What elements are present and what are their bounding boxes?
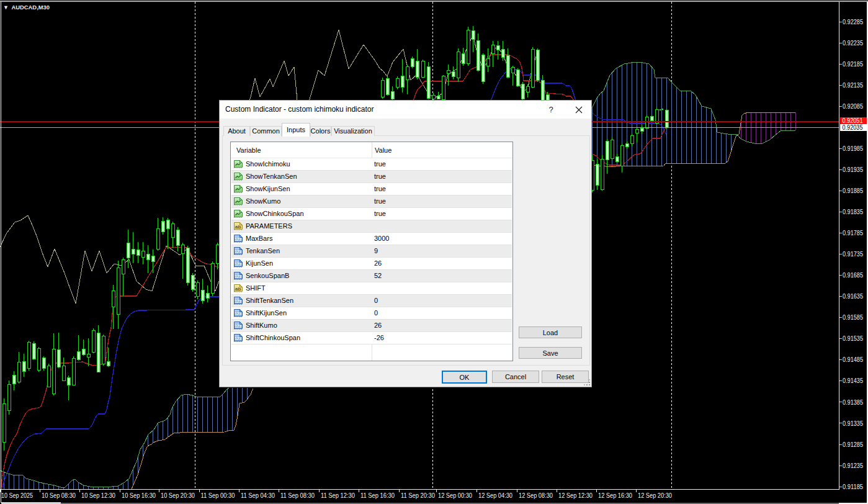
svg-text:ab: ab — [235, 224, 241, 230]
svg-text:0.91735: 0.91735 — [843, 250, 863, 258]
svg-text:0.91335: 0.91335 — [843, 420, 863, 427]
svg-text:0.91785: 0.91785 — [843, 229, 863, 236]
svg-text:12 Sep 16:30: 12 Sep 16:30 — [598, 492, 632, 499]
svg-text:0.91935: 0.91935 — [843, 166, 863, 173]
svg-text:0.92185: 0.92185 — [843, 60, 863, 68]
svg-text:10 Sep 2025: 10 Sep 2025 — [1, 492, 33, 499]
svg-text:10 Sep 12:30: 10 Sep 12:30 — [81, 492, 115, 499]
svg-text:10 Sep 20:30: 10 Sep 20:30 — [161, 492, 195, 499]
svg-text:12 Sep 20:30: 12 Sep 20:30 — [638, 492, 672, 499]
svg-text:0.92085: 0.92085 — [843, 102, 863, 110]
svg-text:11 Sep 20:30: 11 Sep 20:30 — [401, 492, 435, 499]
svg-text:12 Sep 04:30: 12 Sep 04:30 — [478, 492, 512, 499]
svg-text:0.91985: 0.91985 — [843, 145, 863, 152]
svg-text:AUDCAD,M30: AUDCAD,M30 — [12, 4, 50, 11]
svg-text:123: 123 — [235, 274, 241, 279]
svg-text:0.91585: 0.91585 — [843, 313, 863, 321]
svg-text:0.91885: 0.91885 — [843, 187, 863, 194]
svg-text:0.91285: 0.91285 — [843, 441, 863, 448]
svg-text:▼: ▼ — [3, 4, 9, 11]
svg-text:10 Sep 08:30: 10 Sep 08:30 — [42, 492, 76, 499]
svg-text:11 Sep 16:30: 11 Sep 16:30 — [360, 492, 395, 499]
svg-text:123: 123 — [235, 312, 241, 316]
svg-text:12 Sep 12:30: 12 Sep 12:30 — [558, 492, 593, 499]
svg-text:0.91535: 0.91535 — [843, 335, 863, 342]
svg-text:123: 123 — [235, 262, 241, 266]
svg-text:11 Sep 00:30: 11 Sep 00:30 — [201, 492, 235, 499]
svg-text:0.91385: 0.91385 — [843, 398, 863, 406]
svg-text:0.91235: 0.91235 — [843, 462, 863, 469]
svg-text:123: 123 — [235, 250, 241, 254]
svg-text:10 Sep 16:30: 10 Sep 16:30 — [122, 492, 156, 499]
svg-text:12 Sep 00:30: 12 Sep 00:30 — [438, 492, 472, 499]
svg-text:0.91485: 0.91485 — [843, 356, 863, 363]
svg-text:123: 123 — [235, 237, 241, 241]
svg-text:0.92235: 0.92235 — [843, 39, 863, 47]
svg-text:0.91685: 0.91685 — [843, 271, 863, 279]
svg-text:0.92035: 0.92035 — [843, 124, 863, 131]
svg-text:0.91185: 0.91185 — [843, 483, 863, 490]
svg-text:12 Sep 08:30: 12 Sep 08:30 — [519, 492, 553, 499]
svg-text:0.91835: 0.91835 — [843, 208, 863, 215]
svg-text:0.92135: 0.92135 — [843, 81, 863, 89]
svg-text:11 Sep 12:30: 11 Sep 12:30 — [321, 492, 355, 499]
svg-text:0.91435: 0.91435 — [843, 377, 863, 384]
svg-text:11 Sep 04:30: 11 Sep 04:30 — [241, 492, 275, 499]
svg-text:123: 123 — [235, 336, 241, 341]
svg-text:0.91635: 0.91635 — [843, 292, 863, 300]
svg-text:11 Sep 08:30: 11 Sep 08:30 — [280, 492, 315, 499]
svg-text:123: 123 — [235, 299, 241, 304]
svg-text:ab: ab — [235, 286, 241, 292]
svg-text:0.92285: 0.92285 — [843, 18, 863, 25]
svg-text:123: 123 — [235, 324, 241, 328]
